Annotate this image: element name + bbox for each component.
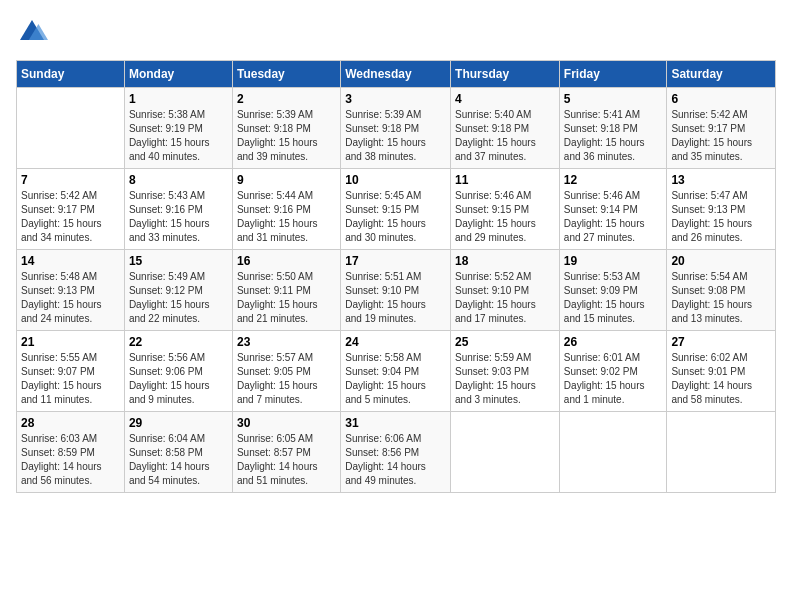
day-info: Sunrise: 5:59 AM Sunset: 9:03 PM Dayligh… [455, 351, 555, 407]
day-number: 24 [345, 335, 446, 349]
calendar-cell: 7Sunrise: 5:42 AM Sunset: 9:17 PM Daylig… [17, 169, 125, 250]
day-info: Sunrise: 5:53 AM Sunset: 9:09 PM Dayligh… [564, 270, 663, 326]
column-header-wednesday: Wednesday [341, 61, 451, 88]
day-info: Sunrise: 5:46 AM Sunset: 9:15 PM Dayligh… [455, 189, 555, 245]
day-info: Sunrise: 5:43 AM Sunset: 9:16 PM Dayligh… [129, 189, 228, 245]
day-number: 18 [455, 254, 555, 268]
day-number: 12 [564, 173, 663, 187]
calendar-cell [559, 412, 667, 493]
calendar-cell: 29Sunrise: 6:04 AM Sunset: 8:58 PM Dayli… [124, 412, 232, 493]
column-header-thursday: Thursday [451, 61, 560, 88]
day-info: Sunrise: 5:40 AM Sunset: 9:18 PM Dayligh… [455, 108, 555, 164]
day-number: 7 [21, 173, 120, 187]
column-header-saturday: Saturday [667, 61, 776, 88]
calendar-cell: 23Sunrise: 5:57 AM Sunset: 9:05 PM Dayli… [232, 331, 340, 412]
logo [16, 16, 52, 48]
day-number: 26 [564, 335, 663, 349]
calendar-table: SundayMondayTuesdayWednesdayThursdayFrid… [16, 60, 776, 493]
week-row-4: 21Sunrise: 5:55 AM Sunset: 9:07 PM Dayli… [17, 331, 776, 412]
day-number: 15 [129, 254, 228, 268]
column-headers: SundayMondayTuesdayWednesdayThursdayFrid… [17, 61, 776, 88]
calendar-body: 1Sunrise: 5:38 AM Sunset: 9:19 PM Daylig… [17, 88, 776, 493]
calendar-cell: 25Sunrise: 5:59 AM Sunset: 9:03 PM Dayli… [451, 331, 560, 412]
day-info: Sunrise: 5:52 AM Sunset: 9:10 PM Dayligh… [455, 270, 555, 326]
week-row-1: 1Sunrise: 5:38 AM Sunset: 9:19 PM Daylig… [17, 88, 776, 169]
column-header-monday: Monday [124, 61, 232, 88]
day-number: 19 [564, 254, 663, 268]
day-number: 8 [129, 173, 228, 187]
calendar-cell: 5Sunrise: 5:41 AM Sunset: 9:18 PM Daylig… [559, 88, 667, 169]
day-info: Sunrise: 5:41 AM Sunset: 9:18 PM Dayligh… [564, 108, 663, 164]
day-number: 16 [237, 254, 336, 268]
calendar-cell: 20Sunrise: 5:54 AM Sunset: 9:08 PM Dayli… [667, 250, 776, 331]
calendar-cell: 22Sunrise: 5:56 AM Sunset: 9:06 PM Dayli… [124, 331, 232, 412]
column-header-sunday: Sunday [17, 61, 125, 88]
day-info: Sunrise: 5:38 AM Sunset: 9:19 PM Dayligh… [129, 108, 228, 164]
calendar-cell: 30Sunrise: 6:05 AM Sunset: 8:57 PM Dayli… [232, 412, 340, 493]
day-info: Sunrise: 6:04 AM Sunset: 8:58 PM Dayligh… [129, 432, 228, 488]
week-row-3: 14Sunrise: 5:48 AM Sunset: 9:13 PM Dayli… [17, 250, 776, 331]
calendar-cell: 6Sunrise: 5:42 AM Sunset: 9:17 PM Daylig… [667, 88, 776, 169]
day-number: 21 [21, 335, 120, 349]
day-info: Sunrise: 6:01 AM Sunset: 9:02 PM Dayligh… [564, 351, 663, 407]
calendar-cell: 2Sunrise: 5:39 AM Sunset: 9:18 PM Daylig… [232, 88, 340, 169]
day-number: 1 [129, 92, 228, 106]
calendar-cell: 4Sunrise: 5:40 AM Sunset: 9:18 PM Daylig… [451, 88, 560, 169]
day-number: 28 [21, 416, 120, 430]
calendar-cell: 28Sunrise: 6:03 AM Sunset: 8:59 PM Dayli… [17, 412, 125, 493]
day-info: Sunrise: 5:49 AM Sunset: 9:12 PM Dayligh… [129, 270, 228, 326]
calendar-cell: 19Sunrise: 5:53 AM Sunset: 9:09 PM Dayli… [559, 250, 667, 331]
day-number: 31 [345, 416, 446, 430]
calendar-cell: 3Sunrise: 5:39 AM Sunset: 9:18 PM Daylig… [341, 88, 451, 169]
day-number: 9 [237, 173, 336, 187]
calendar-cell: 9Sunrise: 5:44 AM Sunset: 9:16 PM Daylig… [232, 169, 340, 250]
day-info: Sunrise: 5:51 AM Sunset: 9:10 PM Dayligh… [345, 270, 446, 326]
day-number: 25 [455, 335, 555, 349]
calendar-cell: 31Sunrise: 6:06 AM Sunset: 8:56 PM Dayli… [341, 412, 451, 493]
day-info: Sunrise: 6:02 AM Sunset: 9:01 PM Dayligh… [671, 351, 771, 407]
calendar-cell: 1Sunrise: 5:38 AM Sunset: 9:19 PM Daylig… [124, 88, 232, 169]
calendar-cell [17, 88, 125, 169]
logo-icon [16, 16, 48, 48]
calendar-cell: 16Sunrise: 5:50 AM Sunset: 9:11 PM Dayli… [232, 250, 340, 331]
day-info: Sunrise: 5:46 AM Sunset: 9:14 PM Dayligh… [564, 189, 663, 245]
calendar-cell: 15Sunrise: 5:49 AM Sunset: 9:12 PM Dayli… [124, 250, 232, 331]
day-number: 11 [455, 173, 555, 187]
day-info: Sunrise: 5:42 AM Sunset: 9:17 PM Dayligh… [21, 189, 120, 245]
header [16, 16, 776, 48]
day-number: 29 [129, 416, 228, 430]
day-number: 17 [345, 254, 446, 268]
column-header-friday: Friday [559, 61, 667, 88]
day-number: 3 [345, 92, 446, 106]
calendar-cell: 14Sunrise: 5:48 AM Sunset: 9:13 PM Dayli… [17, 250, 125, 331]
calendar-cell: 21Sunrise: 5:55 AM Sunset: 9:07 PM Dayli… [17, 331, 125, 412]
day-info: Sunrise: 5:39 AM Sunset: 9:18 PM Dayligh… [237, 108, 336, 164]
day-number: 22 [129, 335, 228, 349]
day-number: 30 [237, 416, 336, 430]
day-info: Sunrise: 6:03 AM Sunset: 8:59 PM Dayligh… [21, 432, 120, 488]
calendar-cell: 11Sunrise: 5:46 AM Sunset: 9:15 PM Dayli… [451, 169, 560, 250]
day-info: Sunrise: 5:45 AM Sunset: 9:15 PM Dayligh… [345, 189, 446, 245]
day-number: 23 [237, 335, 336, 349]
day-number: 5 [564, 92, 663, 106]
calendar-cell: 10Sunrise: 5:45 AM Sunset: 9:15 PM Dayli… [341, 169, 451, 250]
day-info: Sunrise: 5:58 AM Sunset: 9:04 PM Dayligh… [345, 351, 446, 407]
calendar-cell: 8Sunrise: 5:43 AM Sunset: 9:16 PM Daylig… [124, 169, 232, 250]
day-info: Sunrise: 5:55 AM Sunset: 9:07 PM Dayligh… [21, 351, 120, 407]
day-number: 10 [345, 173, 446, 187]
day-number: 20 [671, 254, 771, 268]
day-info: Sunrise: 5:44 AM Sunset: 9:16 PM Dayligh… [237, 189, 336, 245]
day-number: 13 [671, 173, 771, 187]
day-info: Sunrise: 5:42 AM Sunset: 9:17 PM Dayligh… [671, 108, 771, 164]
day-info: Sunrise: 5:57 AM Sunset: 9:05 PM Dayligh… [237, 351, 336, 407]
day-number: 14 [21, 254, 120, 268]
calendar-cell: 24Sunrise: 5:58 AM Sunset: 9:04 PM Dayli… [341, 331, 451, 412]
calendar-cell [451, 412, 560, 493]
day-info: Sunrise: 5:39 AM Sunset: 9:18 PM Dayligh… [345, 108, 446, 164]
day-number: 2 [237, 92, 336, 106]
day-info: Sunrise: 5:47 AM Sunset: 9:13 PM Dayligh… [671, 189, 771, 245]
calendar-cell [667, 412, 776, 493]
calendar-cell: 12Sunrise: 5:46 AM Sunset: 9:14 PM Dayli… [559, 169, 667, 250]
week-row-5: 28Sunrise: 6:03 AM Sunset: 8:59 PM Dayli… [17, 412, 776, 493]
column-header-tuesday: Tuesday [232, 61, 340, 88]
